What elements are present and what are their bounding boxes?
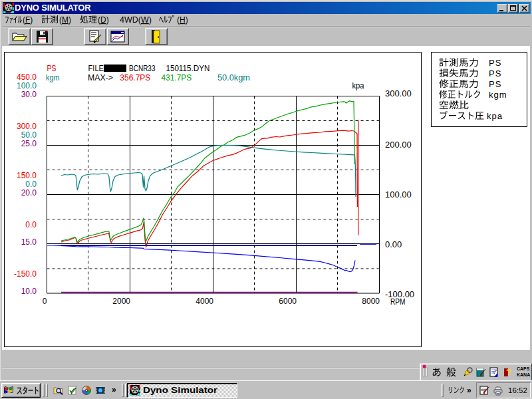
svg-text:0.00: 0.00 bbox=[385, 239, 402, 249]
svg-text:50.0: 50.0 bbox=[21, 130, 37, 140]
svg-text:0: 0 bbox=[43, 297, 47, 306]
svg-text:CAPS: CAPS bbox=[517, 366, 530, 371]
svg-text:6000: 6000 bbox=[279, 297, 297, 306]
svg-text:25.0: 25.0 bbox=[21, 139, 37, 148]
svg-text:KANA: KANA bbox=[517, 372, 530, 377]
svg-text:450.0: 450.0 bbox=[17, 72, 37, 82]
svg-text:50.0kgm: 50.0kgm bbox=[217, 72, 250, 82]
svg-text:Dyno Simulator: Dyno Simulator bbox=[143, 386, 217, 395]
svg-text:150.0: 150.0 bbox=[17, 171, 37, 180]
svg-text:150115.DYN: 150115.DYN bbox=[166, 63, 209, 73]
svg-text:PS: PS bbox=[489, 58, 501, 68]
svg-text:100.0: 100.0 bbox=[17, 81, 37, 90]
svg-text:FILE: FILE bbox=[88, 63, 104, 73]
svg-text:8000: 8000 bbox=[362, 297, 380, 306]
svg-text:PS: PS bbox=[489, 68, 501, 78]
svg-text:MAX->: MAX-> bbox=[88, 72, 113, 82]
svg-text:4000: 4000 bbox=[196, 297, 213, 306]
svg-text:300.0: 300.0 bbox=[17, 122, 37, 131]
svg-text:300.00: 300.00 bbox=[385, 88, 412, 98]
svg-text:»: » bbox=[467, 386, 471, 395]
svg-text:kpa: kpa bbox=[487, 111, 503, 121]
svg-text:0.0: 0.0 bbox=[25, 180, 37, 189]
svg-text:kgm: kgm bbox=[489, 90, 507, 100]
svg-text:?: ? bbox=[506, 367, 511, 377]
svg-text:356.7PS: 356.7PS bbox=[120, 72, 150, 82]
svg-text:0.0: 0.0 bbox=[25, 220, 37, 229]
svg-text:PS: PS bbox=[489, 79, 501, 89]
svg-text:RPM: RPM bbox=[390, 297, 406, 307]
svg-text:BCNR33: BCNR33 bbox=[129, 63, 156, 73]
svg-text:-150.0: -150.0 bbox=[14, 269, 37, 279]
svg-text:kpa: kpa bbox=[352, 81, 364, 90]
svg-text:200.00: 200.00 bbox=[385, 140, 412, 150]
svg-text:16:52: 16:52 bbox=[508, 386, 527, 394]
svg-text:30.0: 30.0 bbox=[21, 90, 37, 99]
svg-text:2000: 2000 bbox=[112, 297, 130, 306]
svg-text:10.0: 10.0 bbox=[21, 287, 37, 296]
svg-text:100.00: 100.00 bbox=[385, 190, 412, 200]
svg-text:PS: PS bbox=[47, 63, 57, 73]
svg-text:431.7PS: 431.7PS bbox=[162, 72, 192, 82]
svg-text:20.0: 20.0 bbox=[21, 188, 37, 198]
svg-text:kgm: kgm bbox=[46, 72, 60, 82]
svg-text:15.0: 15.0 bbox=[21, 237, 37, 247]
